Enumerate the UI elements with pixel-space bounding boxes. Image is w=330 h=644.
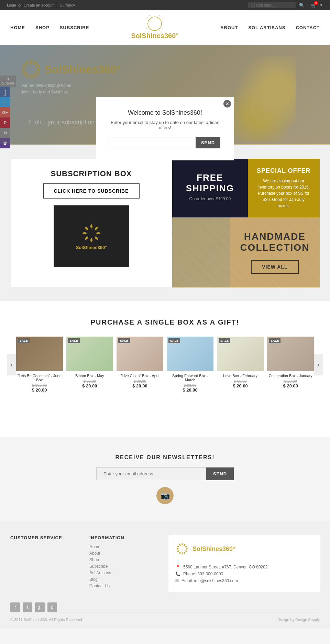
search-button[interactable]: 🔍 [299, 3, 305, 8]
login-link[interactable]: Login [7, 3, 16, 7]
footer-link-contact-us[interactable]: Contact Us [89, 584, 158, 588]
product-new-price-2: $ 20.00 [66, 383, 113, 388]
newsletter-send-button[interactable]: SEND [206, 467, 234, 480]
footer-phone: 📞 Phone: 303-000-0000 [175, 572, 313, 576]
footer-link-subscribe[interactable]: Subscribe [89, 564, 158, 569]
sale-badge-5: SALE [219, 338, 230, 343]
svg-point-27 [94, 226, 98, 230]
nav-right: ABOUT SOL ARTISANS CONTACT [220, 25, 320, 30]
carousel-next-button[interactable]: › [314, 354, 323, 375]
subscription-title: SUBSCRIPTION BOX [18, 169, 165, 178]
svg-point-2 [159, 15, 162, 16]
nav-left: HOME SHOP SUBSCRIBE [10, 25, 89, 30]
footer-link-sol-artisans[interactable]: Sol Artisans [89, 570, 158, 575]
product-new-price-5: $ 20.00 [217, 383, 264, 388]
site-logo[interactable]: SolShines360° [131, 15, 178, 40]
main-navigation: HOME SHOP SUBSCRIBE SolShines360° [0, 10, 330, 45]
modal-send-button[interactable]: SEND [196, 137, 220, 148]
footer-twitter-button[interactable]: t [23, 602, 32, 612]
carousel-prev-button[interactable]: ‹ [7, 354, 16, 375]
modal-email-input[interactable] [110, 137, 192, 148]
handmade-title: HANDMADE COLLECTION [240, 231, 309, 253]
footer-link-blog[interactable]: Blog [89, 577, 158, 582]
nav-subscribe[interactable]: SUBSCRIBE [60, 25, 89, 30]
handmade-content: HANDMADE COLLECTION VIEW ALL [240, 231, 309, 274]
footer: CUSTOMER SERVICE INFORMATION Home About … [0, 521, 330, 629]
svg-point-32 [82, 232, 87, 234]
view-all-button[interactable]: VIEW ALL [251, 260, 298, 274]
special-offer-title: SPECIAL OFFER [256, 167, 311, 174]
modal-close-button[interactable]: ✕ [223, 100, 231, 108]
product-old-price-1: $ 180.00 [16, 383, 63, 387]
top-bar-right: 🔍 | 🛒0 ▼ [248, 2, 323, 8]
products-section-title: PURCHASE A SINGLE BOX AS A GIFT! [7, 318, 323, 326]
free-shipping-title: FREE SHIPPING [183, 172, 238, 194]
footer-link-shop[interactable]: Shop [89, 557, 158, 562]
svg-point-37 [186, 548, 188, 549]
subscription-box-image: SolShines360° [54, 205, 129, 267]
copyright-text: © 2017 SolShines360. All Rights Reserved… [10, 618, 83, 622]
right-panels: FREE SHIPPING On order over $199.00 SPEC… [172, 159, 320, 287]
modal-subtitle: Enter your email to stay up to date on o… [107, 120, 223, 130]
footer-googleplus-button[interactable]: g+ [35, 602, 45, 612]
footer-customer-service-title: CUSTOMER SERVICE [10, 535, 79, 540]
logo-icon [146, 15, 163, 32]
subscribe-button[interactable]: CLICK HERE TO SUBSCRIBE [43, 183, 140, 199]
footer-address-text: 5560 Larimer Street, #767, Denver, CO 80… [183, 565, 267, 569]
footer-phone-text: Phone: 303-000-0000 [183, 572, 223, 576]
sale-badge-6: SALE [269, 338, 280, 343]
sale-badge-4: SALE [168, 338, 180, 343]
product-name-5: Love Box - February [217, 374, 264, 378]
footer-divider [175, 561, 313, 561]
divider: | [307, 3, 308, 7]
footer-social-links: f t g+ p [10, 602, 320, 612]
or-text: or [18, 3, 22, 7]
nav-about[interactable]: ABOUT [220, 25, 238, 30]
svg-point-39 [184, 552, 186, 554]
svg-point-28 [96, 232, 100, 234]
svg-point-36 [185, 545, 187, 547]
instagram-button[interactable]: 📷 [156, 487, 174, 504]
svg-point-29 [94, 236, 98, 240]
footer-brand-logo: SolShines360° [175, 542, 313, 556]
footer-pinterest-button[interactable]: p [47, 602, 57, 612]
top-bar: Login or Create an account | Currency 🔍 … [0, 0, 330, 10]
nav-sol-artisans[interactable]: SOL ARTISANS [248, 25, 285, 30]
product-name-4: Spring Forward Box - March [167, 374, 213, 382]
footer-email: ✉ Email: info@solshines360.com [175, 578, 313, 583]
footer-facebook-button[interactable]: f [10, 602, 20, 612]
newsletter-email-input[interactable] [96, 467, 206, 480]
footer-link-home[interactable]: Home [89, 544, 158, 549]
product-image-1: SALE [16, 337, 63, 371]
newsletter-title: RECEIVE OUR NEWSLETTERS! [7, 454, 323, 461]
list-item: SALE "Live Clean" Box - April $ 99.00 $ … [117, 337, 163, 393]
nav-home[interactable]: HOME [10, 25, 25, 30]
currency-selector[interactable]: Currency [59, 3, 75, 7]
svg-point-42 [177, 550, 179, 552]
subscription-box-area: SUBSCRIPTION BOX CLICK HERE TO SUBSCRIBE [10, 159, 172, 287]
box-logo-icon [81, 223, 102, 244]
svg-point-9 [146, 27, 147, 31]
nav-shop[interactable]: SHOP [35, 25, 50, 30]
cart-badge: 0 [314, 1, 318, 5]
product-new-price-1: $ 20.00 [16, 387, 63, 393]
products-grid: SALE "Lets Be Coconuts" - June Box $ 180… [16, 337, 314, 393]
handmade-panel-img [172, 217, 230, 287]
search-input[interactable] [248, 2, 296, 8]
spacer [0, 410, 330, 437]
svg-point-35 [184, 544, 186, 546]
nav-contact[interactable]: CONTACT [296, 25, 320, 30]
products-section: PURCHASE A SINGLE BOX AS A GIFT! ‹ SALE … [0, 301, 330, 410]
newsletter-section: RECEIVE OUR NEWSLETTERS! SEND 📷 [0, 437, 330, 521]
cart-button[interactable]: 🛒0 [311, 3, 317, 8]
product-name-2: Bloom Box - May [66, 374, 113, 378]
phone-icon: 📞 [175, 572, 180, 576]
special-offer-text: We are closing out our inventory on boxe… [256, 178, 311, 209]
footer-link-about[interactable]: About [89, 551, 158, 556]
location-icon: 📍 [175, 565, 180, 569]
product-name-3: "Live Clean" Box - April [117, 374, 163, 378]
footer-brand-area: SolShines360° 📍 5560 Larimer Street, #76… [168, 535, 320, 592]
sale-badge-3: SALE [118, 338, 130, 343]
create-account-link[interactable]: Create an account [24, 3, 55, 7]
svg-point-44 [177, 545, 179, 547]
